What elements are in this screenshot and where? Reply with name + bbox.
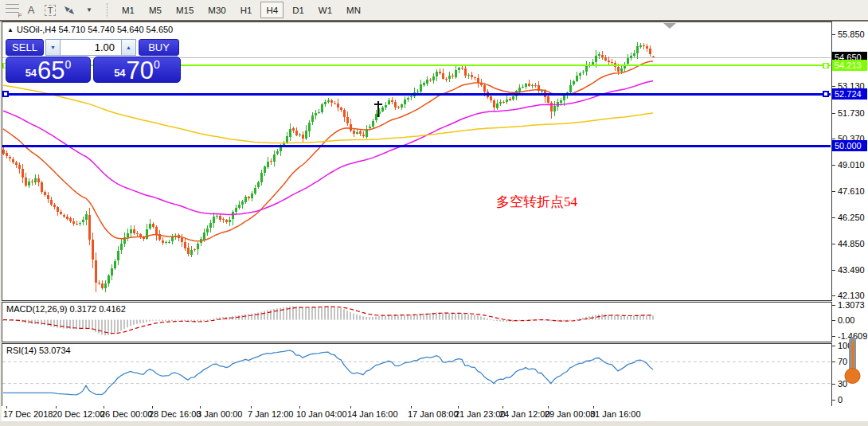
candlestick <box>483 85 486 92</box>
price-axis-tick-mark <box>832 191 835 192</box>
macd-bar <box>254 313 256 319</box>
buy-price-display[interactable]: 54700 <box>93 57 181 83</box>
macd-bar <box>359 315 361 320</box>
macd-bar <box>79 320 80 330</box>
annotation-text[interactable]: 多空转折点54 <box>496 193 577 211</box>
hline-handle[interactable] <box>823 92 828 96</box>
price-axis-tick-mark <box>832 86 835 87</box>
macd-bar <box>639 315 641 319</box>
macd-bar <box>499 320 501 322</box>
candlestick <box>324 102 326 104</box>
candlestick <box>257 182 260 187</box>
candlestick <box>627 58 629 64</box>
candlestick <box>15 162 18 165</box>
time-axis-label: 31 Jan 16:00 <box>590 409 641 419</box>
macd-bar <box>385 315 386 320</box>
candlestick <box>270 161 272 162</box>
macd-bar <box>401 315 402 320</box>
toolbar-grip <box>107 3 108 18</box>
timeframe-w1[interactable]: W1 <box>313 2 338 18</box>
timeframe-m15[interactable]: M15 <box>170 2 199 18</box>
one-click-trading-panel: SELL ▼ ▲ BUY 54650 54700 <box>6 39 182 83</box>
time-axis-label: 14 Jan 16:00 <box>347 409 398 419</box>
candlestick <box>318 112 320 113</box>
time-axis-tick-mark <box>411 406 412 408</box>
timeframe-mn[interactable]: MN <box>341 2 366 18</box>
rsi-axis-tick-mark <box>832 384 835 385</box>
candlestick <box>448 76 451 79</box>
volume-input[interactable] <box>61 39 121 56</box>
timeframe-h4[interactable]: H4 <box>260 2 283 18</box>
macd-bar <box>372 317 373 320</box>
timeframe-m30[interactable]: M30 <box>202 2 231 18</box>
line-studies-toolbar: FAT▼ <box>2 2 99 18</box>
chart-title-row: ▲USOil-,H4 54.710 54.740 54.640 54.650 <box>7 25 173 34</box>
timeframe-d1[interactable]: D1 <box>287 2 310 18</box>
time-axis-label: 28 Dec 16:00 <box>149 409 201 419</box>
macd-bar <box>152 320 154 321</box>
buy-button[interactable]: BUY <box>139 39 179 56</box>
hline-handle[interactable] <box>823 63 828 68</box>
candlestick <box>502 102 505 103</box>
macd-bar <box>649 315 651 320</box>
candlestick <box>9 157 11 158</box>
price-axis-tick-mark <box>832 165 835 166</box>
candlestick <box>232 212 234 219</box>
macd-bar <box>614 315 616 320</box>
macd-bar <box>493 320 495 321</box>
macd-bar <box>525 320 526 321</box>
candlestick <box>34 178 37 182</box>
candlestick <box>432 76 435 80</box>
candlestick <box>506 100 508 102</box>
candlestick <box>334 104 336 104</box>
candlestick <box>2 150 5 153</box>
candlestick <box>299 135 301 135</box>
timeframe-h1[interactable]: H1 <box>235 2 258 18</box>
macd-bar <box>60 320 61 328</box>
hline-handle[interactable] <box>3 92 8 96</box>
text-tool[interactable]: A <box>22 2 40 18</box>
price-axis-tick-mark <box>832 270 835 271</box>
candle-wick <box>535 83 536 88</box>
candlestick <box>276 151 279 154</box>
candle-wick <box>319 109 319 114</box>
text-label-tool[interactable]: T <box>41 2 59 18</box>
macd-bar <box>321 307 323 320</box>
macd-bar <box>299 307 300 320</box>
volume-decrease-button[interactable]: ▼ <box>45 39 61 56</box>
candlestick <box>375 114 377 120</box>
arrows-tool[interactable] <box>61 2 78 18</box>
candlestick <box>184 242 186 248</box>
sell-button[interactable]: SELL <box>6 39 44 56</box>
macd-bar <box>557 320 558 322</box>
candlestick <box>490 96 492 100</box>
candlestick <box>165 242 167 243</box>
time-axis-label: 10 Jan 04:00 <box>296 409 347 419</box>
candlestick <box>111 268 113 276</box>
macd-bar <box>483 318 485 320</box>
macd-bar <box>588 316 590 320</box>
sell-price-display[interactable]: 54650 <box>6 57 91 83</box>
hline-price-label: 54.213 <box>832 60 867 71</box>
macd-bar <box>423 314 424 320</box>
candlestick <box>385 105 387 107</box>
volume-increase-button[interactable]: ▲ <box>121 39 136 56</box>
candlestick <box>168 242 170 243</box>
candlestick <box>525 84 527 87</box>
macd-bar <box>502 320 504 322</box>
rsi-title: RSI(14) 53.0734 <box>6 346 71 355</box>
macd-bar <box>305 307 307 320</box>
macd-axis-tick-mark <box>832 336 835 337</box>
timeframe-m1[interactable]: M1 <box>116 2 140 18</box>
fibonacci-tool[interactable]: F <box>3 2 21 18</box>
timeframe-m5[interactable]: M5 <box>143 2 167 18</box>
arrows-dropdown[interactable]: ▼ <box>80 2 98 18</box>
macd-bar <box>375 317 377 320</box>
time-axis-tick-mark <box>299 406 300 408</box>
candlestick <box>512 96 514 100</box>
collapse-panel-icon[interactable]: ▲ <box>7 26 14 33</box>
candlestick <box>85 214 88 220</box>
macd-bar <box>620 316 622 320</box>
chart-title: USOil-,H4 54.710 54.740 54.640 54.650 <box>17 25 173 34</box>
candlestick <box>190 250 193 255</box>
